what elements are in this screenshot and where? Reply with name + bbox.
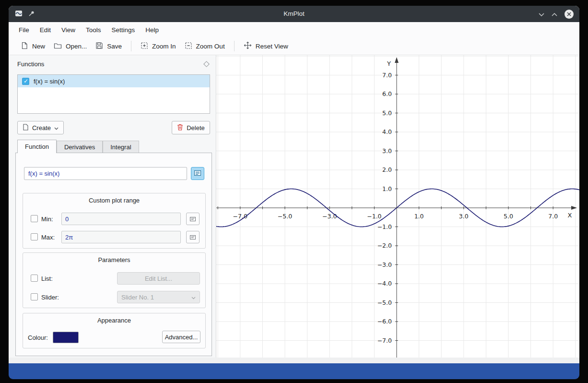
desktop-strip [9,363,579,379]
max-editor-button[interactable] [186,231,200,243]
open-button[interactable]: Open... [49,39,91,53]
svg-text:−4.0: −4.0 [377,280,392,287]
formula-icon [190,215,196,223]
svg-text:4.0: 4.0 [382,128,392,135]
group-title: Parameters [23,253,205,263]
save-icon [95,42,103,51]
appearance-group: Appearance Colour: Advanced... [23,313,206,348]
plot-svg: −7.0−5.0−3.0−1.01.03.05.07.07.06.05.04.0… [216,55,579,358]
function-list-item[interactable]: f(x) = sin(x) [18,75,210,87]
menu-edit[interactable]: Edit [35,24,56,36]
equation-editor-icon [194,170,201,177]
formula-icon [190,234,196,241]
slider-combobox[interactable]: Slider No. 1 [117,291,200,303]
min-editor-button[interactable] [186,213,200,225]
colour-swatch-button[interactable] [53,332,79,343]
create-document-icon [23,124,29,132]
toolbar-separator [131,41,131,51]
svg-text:2.0: 2.0 [382,166,392,173]
svg-text:1.0: 1.0 [414,213,424,220]
custom-plot-range-group: Custom plot range Min: Max: [23,193,206,249]
svg-text:−3.0: −3.0 [322,213,337,220]
reset-view-icon [244,41,252,51]
max-checkbox[interactable] [31,233,38,240]
svg-text:−5.0: −5.0 [278,213,292,220]
zoom-in-icon [141,42,148,51]
svg-text:6.0: 6.0 [382,90,392,97]
function-tab-page: Custom plot range Min: Max: Parameters L… [15,153,212,356]
svg-text:−3.0: −3.0 [377,261,392,268]
svg-text:5.0: 5.0 [504,213,513,220]
svg-text:7.0: 7.0 [548,213,558,220]
open-folder-icon [54,42,62,51]
min-label: Min: [41,215,53,223]
svg-text:−1.0: −1.0 [367,213,381,220]
menubar: File Edit View Tools Settings Help [9,22,579,37]
zoom-out-icon [185,42,192,51]
menu-file[interactable]: File [13,24,35,36]
parameters-group: Parameters List: Edit List... Slider: Sl… [23,252,206,308]
svg-text:−1.0: −1.0 [377,223,392,230]
zoom-in-button[interactable]: Zoom In [136,39,180,53]
group-title: Custom plot range [23,193,205,204]
toolbar: New Open... Save Zoom In Zoom Out Reset … [9,37,579,55]
max-input[interactable] [61,231,181,243]
dock-float-icon[interactable] [203,61,210,67]
list-label: List: [41,275,53,282]
svg-text:−7.0: −7.0 [377,337,392,344]
reset-view-button[interactable]: Reset View [239,39,293,53]
kmplot-window: KmPlot File Edit View Tools Settings Hel… [9,6,579,363]
slider-checkbox[interactable] [31,293,38,300]
functions-dock: Functions f(x) = sin(x) Create Delete Fu… [9,55,216,358]
shade-icon[interactable] [539,11,544,18]
function-label: f(x) = sin(x) [34,78,65,85]
plot-area[interactable]: −7.0−5.0−3.0−1.01.03.05.07.07.06.05.04.0… [216,55,579,358]
colour-label: Colour: [28,334,48,341]
equation-input[interactable] [24,167,187,180]
menu-view[interactable]: View [56,24,81,36]
svg-text:1.0: 1.0 [382,185,392,192]
svg-text:−6.0: −6.0 [377,318,392,325]
zoom-out-button[interactable]: Zoom Out [180,39,229,53]
delete-button[interactable]: Delete [172,121,210,134]
create-button[interactable]: Create [17,121,64,134]
menu-help[interactable]: Help [140,24,164,36]
slider-label: Slider: [41,294,59,301]
editor-tabs: Function Derivatives Integral [17,140,139,153]
min-input[interactable] [61,213,181,225]
close-button[interactable] [564,10,574,19]
list-checkbox[interactable] [31,275,38,282]
save-button[interactable]: Save [91,39,126,53]
toolbar-separator [234,41,235,51]
min-checkbox[interactable] [31,215,38,222]
tab-function[interactable]: Function [17,140,57,153]
titlebar: KmPlot [9,6,579,22]
menu-settings[interactable]: Settings [106,24,141,36]
svg-text:−2.0: −2.0 [377,242,392,249]
svg-text:7.0: 7.0 [382,72,392,79]
equation-editor-button[interactable] [191,167,204,180]
chevron-down-icon [191,294,196,301]
svg-text:−5.0: −5.0 [377,299,392,306]
max-label: Max: [41,234,55,241]
advanced-button[interactable]: Advanced... [162,331,200,343]
new-document-icon [21,42,28,51]
chevron-down-icon [54,124,59,132]
dock-title: Functions [17,60,204,68]
menu-tools[interactable]: Tools [81,24,106,36]
svg-text:X: X [568,212,572,219]
svg-text:3.0: 3.0 [459,213,469,220]
tab-integral[interactable]: Integral [103,141,139,153]
function-checkbox[interactable] [22,78,29,85]
maximize-icon[interactable] [552,11,557,18]
edit-list-button[interactable]: Edit List... [117,272,200,285]
trash-icon [177,124,183,132]
svg-text:5.0: 5.0 [382,109,392,117]
function-list: f(x) = sin(x) [17,74,210,114]
svg-text:−7.0: −7.0 [233,213,247,220]
svg-text:3.0: 3.0 [382,147,392,155]
svg-text:Y: Y [387,60,391,67]
tab-derivatives[interactable]: Derivatives [57,141,103,153]
new-button[interactable]: New [16,39,49,53]
window-title: KmPlot [9,6,579,22]
